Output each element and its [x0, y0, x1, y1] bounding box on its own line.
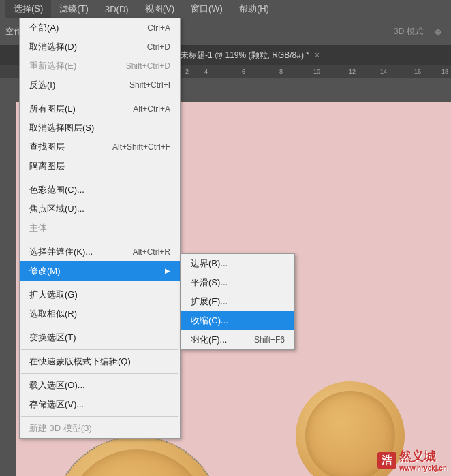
ruler-mark: 2 — [185, 68, 189, 75]
menu-item-label: 变换选区(T) — [29, 331, 76, 345]
select-menu-item[interactable]: 载入选区(O)... — [20, 376, 180, 395]
menu-window[interactable]: 窗口(W) — [183, 0, 231, 18]
menu-item-label: 反选(I) — [29, 78, 55, 92]
ruler-mark: 6 — [242, 68, 245, 75]
menu-item-label: 平滑(S)... — [191, 276, 228, 289]
menu-select[interactable]: 选择(S) — [5, 0, 51, 18]
menu-item-label: 重新选择(E) — [29, 59, 76, 73]
menu-separator — [21, 178, 178, 178]
watermark-url: www.hryckj.cn — [399, 464, 447, 472]
modify-submenu-item[interactable]: 羽化(F)...Shift+F6 — [181, 330, 294, 349]
menu-item-label: 存储选区(V)... — [29, 398, 84, 411]
menu-separator — [21, 97, 178, 97]
menu-item-shortcut: Ctrl+A — [147, 21, 170, 35]
watermark-text: 然义城 — [399, 448, 447, 464]
close-icon[interactable]: × — [315, 50, 320, 60]
menu-item-label: 色彩范围(C)... — [29, 183, 84, 197]
select-menu-item[interactable]: 焦点区域(U)... — [20, 200, 180, 219]
menu-item-label: 边界(B)... — [191, 257, 228, 270]
select-menu-item[interactable]: 全部(A)Ctrl+A — [20, 18, 180, 37]
menu-item-label: 羽化(F)... — [191, 333, 227, 347]
menu-filter[interactable]: 滤镜(T) — [51, 0, 97, 18]
document-tab-title[interactable]: 未标题-1 @ 119% (颗粒, RGB/8#) * — [181, 50, 309, 61]
menu-item-shortcut: Ctrl+D — [147, 40, 170, 54]
menu-item-label: 扩展(E)... — [191, 295, 228, 308]
select-menu-item: 重新选择(E)Shift+Ctrl+D — [20, 57, 180, 76]
menu-item-shortcut: Shift+Ctrl+D — [126, 59, 170, 73]
select-menu-item[interactable]: 色彩范围(C)... — [20, 180, 180, 200]
select-menu-item: 新建 3D 模型(3) — [20, 419, 180, 438]
menu-help[interactable]: 帮助(H) — [231, 0, 277, 18]
menu-item-label: 焦点区域(U)... — [29, 202, 84, 216]
menu-item-label: 全部(A) — [29, 21, 59, 35]
menu-item-label: 选择并遮住(K)... — [29, 245, 93, 259]
menu-separator — [21, 326, 178, 326]
menu-item-shortcut: Alt+Ctrl+R — [133, 245, 170, 259]
menu-item-shortcut: Alt+Shift+Ctrl+F — [112, 140, 170, 154]
cookie-large-shape — [52, 436, 222, 476]
ruler-mark: 14 — [380, 68, 387, 75]
select-menu-item[interactable]: 所有图层(L)Alt+Ctrl+A — [20, 99, 180, 118]
menu-item-shortcut: Shift+F6 — [254, 333, 285, 347]
menu-item-label: 新建 3D 模型(3) — [29, 422, 92, 435]
menu-separator — [21, 283, 178, 283]
menu-item-label: 查找图层 — [29, 140, 65, 154]
select-menu-dropdown: 全部(A)Ctrl+A取消选择(D)Ctrl+D重新选择(E)Shift+Ctr… — [19, 18, 181, 439]
mode3d-icon[interactable]: ⊕ — [435, 27, 441, 37]
menu-separator — [21, 240, 178, 240]
menu-separator — [21, 349, 178, 350]
menu-separator — [21, 373, 178, 374]
ruler-mark: 12 — [349, 68, 356, 75]
menubar: 选择(S) 滤镜(T) 3D(D) 视图(V) 窗口(W) 帮助(H) — [0, 0, 451, 18]
select-menu-item[interactable]: 修改(M)▶ — [20, 261, 180, 281]
select-menu-item[interactable]: 选择并遮住(K)...Alt+Ctrl+R — [20, 242, 180, 261]
ruler-mark: 18 — [441, 68, 448, 75]
modify-submenu-item[interactable]: 扩展(E)... — [181, 292, 294, 311]
select-menu-item[interactable]: 隔离图层 — [20, 157, 180, 176]
menu-item-label: 取消选择图层(S) — [29, 121, 94, 135]
select-menu-item: 主体 — [20, 219, 180, 238]
select-menu-item[interactable]: 反选(I)Shift+Ctrl+I — [20, 76, 180, 95]
select-menu-item[interactable]: 选取相似(R) — [20, 304, 180, 323]
menu-item-label: 主体 — [29, 221, 47, 235]
menu-3d[interactable]: 3D(D) — [97, 1, 137, 17]
ruler-mark: 16 — [414, 68, 421, 75]
select-menu-item[interactable]: 变换选区(T) — [20, 328, 180, 347]
modify-submenu: 边界(B)...平滑(S)...扩展(E)...收缩(C)...羽化(F)...… — [181, 253, 295, 350]
mode3d-label: 3D 模式: — [394, 26, 425, 37]
modify-submenu-item[interactable]: 平滑(S)... — [181, 273, 294, 292]
watermark-logo: 浩 — [377, 452, 396, 469]
menu-item-label: 取消选择(D) — [29, 40, 77, 54]
menu-item-label: 隔离图层 — [29, 159, 65, 173]
menu-separator — [21, 416, 178, 417]
select-menu-item[interactable]: 查找图层Alt+Shift+Ctrl+F — [20, 138, 180, 157]
menu-item-label: 收缩(C)... — [191, 314, 228, 328]
watermark: 浩 然义城 www.hryckj.cn — [377, 448, 447, 472]
menu-view[interactable]: 视图(V) — [137, 0, 183, 18]
menu-item-label: 选取相似(R) — [29, 307, 77, 321]
menu-item-shortcut: Shift+Ctrl+I — [129, 78, 170, 92]
menu-item-label: 扩大选取(G) — [29, 288, 78, 302]
ruler-mark: 8 — [279, 68, 283, 75]
select-menu-item[interactable]: 取消选择图层(S) — [20, 118, 180, 138]
menu-item-label: 载入选区(O)... — [29, 379, 85, 392]
ruler-mark: 10 — [313, 68, 320, 75]
select-menu-item[interactable]: 取消选择(D)Ctrl+D — [20, 37, 180, 57]
chevron-right-icon: ▶ — [165, 264, 170, 278]
menu-item-shortcut: Alt+Ctrl+A — [133, 102, 170, 116]
menu-item-label: 所有图层(L) — [29, 102, 76, 116]
ruler-mark: 4 — [204, 68, 208, 75]
menu-item-label: 在快速蒙版模式下编辑(Q) — [29, 355, 131, 368]
select-menu-item[interactable]: 扩大选取(G) — [20, 285, 180, 304]
select-menu-item[interactable]: 在快速蒙版模式下编辑(Q) — [20, 352, 180, 371]
menu-item-label: 修改(M) — [29, 264, 61, 278]
modify-submenu-item[interactable]: 收缩(C)... — [181, 311, 294, 330]
modify-submenu-item[interactable]: 边界(B)... — [181, 254, 294, 273]
select-menu-item[interactable]: 存储选区(V)... — [20, 395, 180, 414]
